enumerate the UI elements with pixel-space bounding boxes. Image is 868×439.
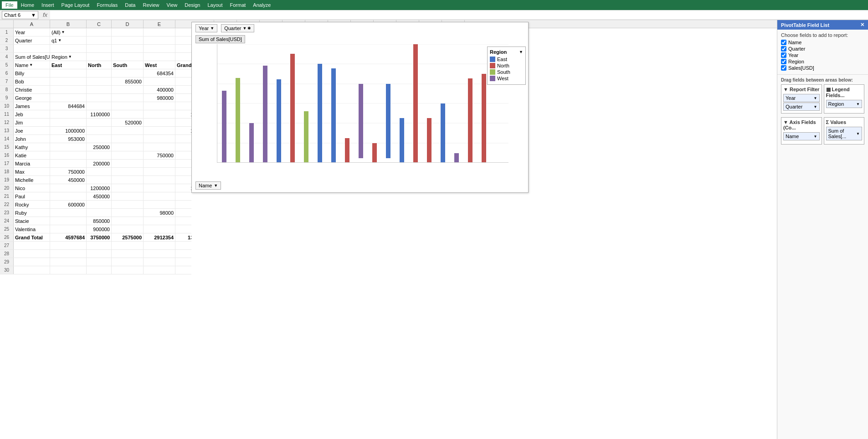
cell[interactable]: 2912354 xyxy=(144,233,175,241)
cell[interactable]: George xyxy=(14,94,50,102)
cell[interactable]: Name▼ xyxy=(14,61,50,69)
cell[interactable]: Ruby xyxy=(14,209,50,217)
cell[interactable]: Region▼ xyxy=(50,53,87,61)
cell[interactable]: 844684 xyxy=(175,102,191,110)
cell[interactable]: Paul xyxy=(14,192,50,200)
cell[interactable] xyxy=(50,225,87,233)
cell[interactable]: West xyxy=(144,61,175,69)
cell[interactable]: Joe xyxy=(14,127,50,134)
cell[interactable]: 750000 xyxy=(50,168,87,176)
cell[interactable] xyxy=(112,102,144,110)
name-box[interactable]: Chart 6 ▼ xyxy=(2,11,38,19)
cell[interactable]: South xyxy=(112,61,144,69)
cell[interactable]: Valentina xyxy=(14,225,50,233)
cell[interactable] xyxy=(144,127,175,134)
cell[interactable] xyxy=(112,168,144,176)
field-sales[interactable]: Sales[USD] xyxy=(781,65,864,71)
cell[interactable] xyxy=(87,201,112,208)
name-axis-btn[interactable]: Name ▼ xyxy=(195,181,221,190)
cell[interactable]: 600000 xyxy=(50,201,87,208)
col-header-d[interactable]: D xyxy=(112,20,144,28)
tab-formulas[interactable]: Formulas xyxy=(93,1,121,9)
cell[interactable] xyxy=(144,184,175,192)
cell[interactable]: Jim xyxy=(14,119,50,126)
cell[interactable]: 250000 xyxy=(175,143,191,151)
cell[interactable] xyxy=(112,69,144,77)
cell[interactable]: North xyxy=(87,61,112,69)
col-header-f[interactable]: F xyxy=(175,20,191,28)
cell[interactable]: 600000 xyxy=(175,201,191,208)
cell[interactable] xyxy=(144,102,175,110)
cell[interactable]: q1▼ xyxy=(50,36,87,44)
cell[interactable] xyxy=(144,176,175,184)
cell[interactable] xyxy=(50,143,87,151)
cell[interactable]: Christie xyxy=(14,86,50,93)
cell[interactable] xyxy=(112,86,144,93)
cell[interactable] xyxy=(144,160,175,167)
cell[interactable]: 900000 xyxy=(175,225,191,233)
cell[interactable] xyxy=(50,110,87,118)
cell[interactable] xyxy=(112,225,144,233)
quarter-field-dropdown-icon[interactable]: ▼ xyxy=(814,105,817,109)
cell[interactable]: 200000 xyxy=(87,160,112,167)
cell[interactable]: Grand Total xyxy=(175,61,191,69)
cell[interactable] xyxy=(144,217,175,225)
cell[interactable] xyxy=(112,217,144,225)
cell[interactable]: 450000 xyxy=(175,176,191,184)
region-field-dropdown-icon[interactable]: ▼ xyxy=(856,102,860,106)
cell[interactable] xyxy=(112,192,144,200)
tab-analyze[interactable]: Analyze xyxy=(249,1,274,9)
cell[interactable] xyxy=(144,168,175,176)
cell[interactable]: Bob xyxy=(14,77,50,85)
cell[interactable]: 1000000 xyxy=(175,127,191,134)
cell[interactable] xyxy=(87,151,112,159)
cell[interactable]: 1200000 xyxy=(175,184,191,192)
cell[interactable]: 3750000 xyxy=(87,233,112,241)
cell[interactable] xyxy=(50,86,87,93)
tab-insert[interactable]: Insert xyxy=(38,1,58,9)
cell[interactable]: 13835038 xyxy=(175,233,191,241)
cell[interactable]: 450000 xyxy=(175,192,191,200)
cell[interactable]: 1200000 xyxy=(87,184,112,192)
tab-data[interactable]: Data xyxy=(121,1,139,9)
cell[interactable] xyxy=(112,127,144,134)
cell[interactable] xyxy=(50,160,87,167)
col-header-b[interactable]: B xyxy=(50,20,87,28)
cell[interactable] xyxy=(87,168,112,176)
cell[interactable] xyxy=(112,201,144,208)
cell[interactable] xyxy=(112,176,144,184)
name-field-dropdown-icon[interactable]: ▼ xyxy=(814,134,817,139)
cell[interactable] xyxy=(112,94,144,102)
filter-year-field[interactable]: Year ▼ xyxy=(783,94,820,102)
cell[interactable] xyxy=(50,77,87,85)
cell[interactable]: 953000 xyxy=(175,135,191,143)
tab-file[interactable]: File xyxy=(2,1,17,9)
cell[interactable]: James xyxy=(14,102,50,110)
field-quarter[interactable]: Quarter xyxy=(781,46,864,52)
cell[interactable] xyxy=(144,225,175,233)
cell[interactable] xyxy=(144,143,175,151)
cell[interactable] xyxy=(112,184,144,192)
legend-region-field[interactable]: Region ▼ xyxy=(826,100,863,108)
cell[interactable] xyxy=(87,176,112,184)
cell[interactable]: John xyxy=(14,135,50,143)
cell[interactable]: 4597684 xyxy=(50,233,87,241)
cell[interactable]: 684354 xyxy=(144,69,175,77)
cell[interactable] xyxy=(112,160,144,167)
cell[interactable]: (All)▼ xyxy=(50,28,87,36)
cell[interactable] xyxy=(50,119,87,126)
cell[interactable]: 200000 xyxy=(175,160,191,167)
cell[interactable]: 980000 xyxy=(144,94,175,102)
cell[interactable]: 684354 xyxy=(175,69,191,77)
cell[interactable]: 400000 xyxy=(175,86,191,93)
cell[interactable]: 850000 xyxy=(175,217,191,225)
sum-field-dropdown-icon[interactable]: ▼ xyxy=(856,132,860,136)
panel-close-icon[interactable]: ✕ xyxy=(860,22,864,28)
cell[interactable]: Marcia xyxy=(14,160,50,167)
cell[interactable] xyxy=(144,110,175,118)
cell[interactable] xyxy=(87,127,112,134)
cell[interactable] xyxy=(50,184,87,192)
cell[interactable] xyxy=(112,151,144,159)
cell[interactable] xyxy=(144,201,175,208)
year-field-dropdown-icon[interactable]: ▼ xyxy=(814,96,817,100)
